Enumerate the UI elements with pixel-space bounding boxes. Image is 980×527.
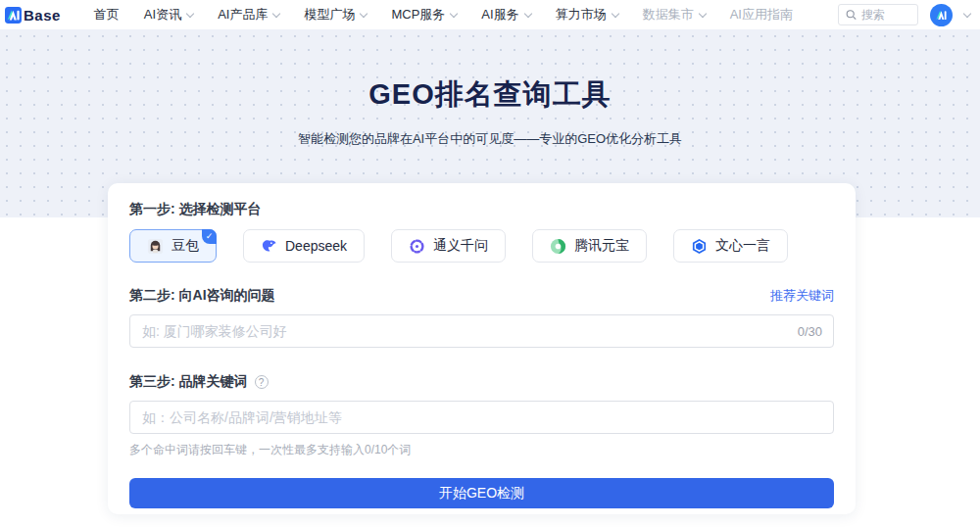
- search-input[interactable]: [861, 8, 910, 22]
- recommend-keywords-link[interactable]: 推荐关键词: [770, 287, 834, 305]
- nav-item-ai-news[interactable]: AI资讯: [144, 6, 193, 24]
- doubao-icon: [147, 238, 164, 255]
- tencent-yuanbao-icon: [550, 238, 566, 255]
- chevron-down-icon: [186, 9, 194, 17]
- wenxin-yiyan-icon: [691, 238, 708, 255]
- nav-right: [838, 4, 970, 26]
- brand-keywords-input[interactable]: [129, 401, 834, 434]
- nav-item-ai-services[interactable]: AI服务: [481, 6, 530, 24]
- page-subtitle: 智能检测您的品牌在AI平台中的可见度——专业的GEO优化分析工具: [0, 130, 980, 148]
- platform-option-deepseek[interactable]: Deepseek: [243, 229, 365, 263]
- avatar-logo-icon: [935, 9, 948, 22]
- nav-item-data-market[interactable]: 数据集市: [643, 6, 706, 24]
- chevron-down-icon: [698, 9, 706, 17]
- platform-option-tencent-yuanbao[interactable]: 腾讯元宝: [532, 229, 647, 263]
- keywords-input-wrap: [129, 401, 834, 434]
- platform-option-wenxin-yiyan[interactable]: 文心一言: [673, 229, 788, 263]
- deepseek-icon: [261, 238, 277, 255]
- start-geo-check-button[interactable]: 开始GEO检测: [129, 478, 834, 508]
- question-input-wrap: 0/30: [129, 314, 834, 348]
- chevron-down-icon: [272, 9, 280, 17]
- nav-item-compute-market[interactable]: 算力市场: [556, 6, 618, 24]
- aibase-logo-icon: [5, 7, 22, 24]
- platform-label: 通义千问: [433, 237, 488, 255]
- nav-item-ai-app-guide[interactable]: AI应用指南: [730, 6, 793, 24]
- geo-check-form-card: 第一步: 选择检测平台 豆包 Deepseek: [108, 183, 856, 514]
- question-input[interactable]: [129, 314, 834, 348]
- chevron-down-icon: [360, 9, 368, 17]
- help-icon[interactable]: ?: [255, 375, 269, 389]
- chevron-down-icon: [450, 9, 458, 17]
- step1-label: 第一步: 选择检测平台: [129, 201, 834, 218]
- platform-label: 文心一言: [715, 237, 770, 255]
- platform-option-tongyi-qianwen[interactable]: 通义千问: [391, 229, 506, 263]
- search-icon: [846, 9, 857, 21]
- platform-label: 腾讯元宝: [574, 237, 629, 255]
- logo-label: Base: [24, 7, 61, 24]
- top-navbar: Base 首页 AI资讯 AI产品库 模型广场 MCP服务 AI服务 算力市场 …: [0, 0, 980, 29]
- aibase-logo[interactable]: Base: [5, 7, 61, 24]
- chevron-down-icon: [523, 9, 531, 17]
- user-avatar[interactable]: [930, 4, 953, 26]
- nav-item-model-plaza[interactable]: 模型广场: [304, 6, 367, 24]
- platform-label: Deepseek: [285, 238, 347, 254]
- platform-selector: 豆包 Deepseek 通义千问 腾讯元宝: [129, 229, 834, 263]
- nav-item-mcp-services[interactable]: MCP服务: [391, 6, 457, 24]
- check-icon: [202, 229, 217, 244]
- chevron-down-icon: [611, 9, 618, 17]
- platform-option-doubao[interactable]: 豆包: [129, 229, 217, 263]
- question-char-counter: 0/30: [798, 324, 822, 339]
- step2-label: 第二步: 向AI咨询的问题: [129, 287, 275, 305]
- nav-item-ai-products[interactable]: AI产品库: [218, 6, 279, 24]
- tongyi-qianwen-icon: [409, 238, 425, 255]
- keywords-hint: 多个命中词请按回车键，一次性最多支持输入0/10个词: [129, 442, 834, 458]
- nav-menu: 首页 AI资讯 AI产品库 模型广场 MCP服务 AI服务 算力市场 数据集市 …: [94, 6, 793, 24]
- search-box[interactable]: [838, 4, 918, 25]
- nav-item-home[interactable]: 首页: [94, 6, 120, 24]
- step3-label: 第三步: 品牌关键词: [129, 373, 248, 391]
- page-title: GEO排名查询工具: [0, 75, 980, 115]
- platform-label: 豆包: [172, 237, 199, 255]
- chevron-down-icon[interactable]: [963, 9, 971, 17]
